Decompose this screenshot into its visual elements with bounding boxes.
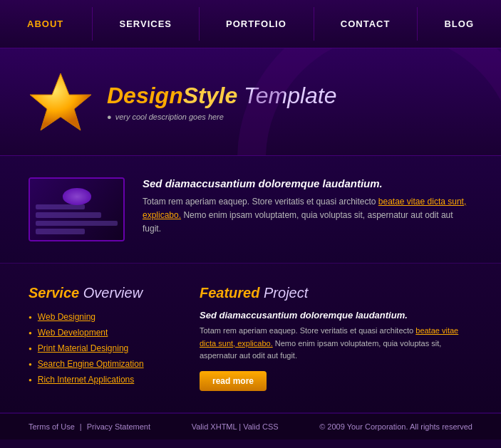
promo-section: Sed diamaccusantium doloremque laudantiu… xyxy=(0,156,501,264)
overview-word: Overview xyxy=(79,285,143,301)
featured-project: Featured Project Sed diamaccusantium dol… xyxy=(200,285,472,391)
service-list-item: Web Designing xyxy=(29,312,171,322)
nav-link-contact[interactable]: CONTACT xyxy=(314,0,418,48)
project-word: Project xyxy=(259,285,308,301)
service-link[interactable]: Print Material Designing xyxy=(38,343,128,353)
service-link[interactable]: Rich Internet Applications xyxy=(38,375,134,385)
service-link[interactable]: Web Designing xyxy=(38,312,95,322)
tagline-dot: ● xyxy=(107,113,112,121)
footer: Terms of Use | Privacy Statement Valid X… xyxy=(0,413,501,439)
service-list: Web DesigningWeb DevelopmentPrint Materi… xyxy=(29,312,171,385)
read-more-button[interactable]: read more xyxy=(200,371,267,391)
promo-text1: Totam rem aperiam eaquep. Store veritati… xyxy=(143,197,378,207)
service-word: Service xyxy=(29,285,79,301)
footer-valid-link[interactable]: Valid XHTML xyxy=(192,422,237,431)
lower-section: Service Overview Web DesigningWeb Develo… xyxy=(0,264,501,413)
service-overview: Service Overview Web DesigningWeb Develo… xyxy=(29,285,171,391)
featured-word: Featured xyxy=(200,285,259,301)
hero-section: DesignStyle Template ●very cool descript… xyxy=(0,48,501,156)
service-link[interactable]: Search Engine Optimization xyxy=(38,359,144,369)
featured-text: Totam rem aperiam eaquep. Store veritati… xyxy=(200,325,472,363)
promo-text: Totam rem aperiam eaquep. Store veritati… xyxy=(143,195,472,236)
service-list-item: Web Development xyxy=(29,328,171,338)
service-list-item: Print Material Designing xyxy=(29,343,171,353)
service-list-item: Search Engine Optimization xyxy=(29,359,171,369)
main-nav: ABOUT USSERVICESPORTFOLIOCONTACTBLOG xyxy=(0,0,501,48)
nav-link-services[interactable]: SERVICES xyxy=(92,0,199,48)
svg-marker-0 xyxy=(30,73,91,130)
brand-title: DesignStyle Template xyxy=(107,83,337,109)
footer-separator: | xyxy=(237,422,243,431)
nav-item-blog: BLOG xyxy=(417,0,501,48)
star-icon xyxy=(29,70,93,134)
brand-style: Style xyxy=(183,83,237,108)
featured-title: Featured Project xyxy=(200,285,472,301)
nav-item-portfolio: PORTFOLIO xyxy=(199,0,314,48)
hero-tagline: ●very cool description goes here xyxy=(107,113,337,121)
nav-link-about-us[interactable]: ABOUT US xyxy=(0,0,92,48)
featured-heading: Sed diamaccusantium doloremque laudantiu… xyxy=(200,310,472,321)
promo-text2: Nemo enim ipsam voluptatem, quia volupta… xyxy=(143,210,453,234)
brand-template: Template xyxy=(237,83,336,108)
footer-link-privacy-statement[interactable]: Privacy Statement xyxy=(87,422,150,431)
service-link[interactable]: Web Development xyxy=(38,328,108,338)
promo-heading: Sed diamaccusantium doloremque laudantiu… xyxy=(143,177,472,189)
nav-item-about-us: ABOUT US xyxy=(0,0,92,48)
footer-link-terms-of use[interactable]: Terms of Use xyxy=(29,422,75,431)
footer-separator: | xyxy=(78,422,84,431)
footer-left: Terms of Use | Privacy Statement xyxy=(29,422,150,431)
promo-thumbnail xyxy=(29,177,125,241)
nav-item-services: SERVICES xyxy=(92,0,199,48)
promo-content: Sed diamaccusantium doloremque laudantiu… xyxy=(143,177,472,236)
service-list-item: Rich Internet Applications xyxy=(29,375,171,385)
nav-item-contact: CONTACT xyxy=(314,0,418,48)
footer-copyright: © 2009 Your Corporation. All rights rese… xyxy=(319,422,472,431)
hero-text: DesignStyle Template ●very cool descript… xyxy=(107,83,337,121)
footer-center: Valid XHTML | Valid CSS xyxy=(192,422,279,431)
footer-valid-link[interactable]: Valid CSS xyxy=(243,422,278,431)
featured-text1: Totam rem aperiam eaquep. Store veritati… xyxy=(200,326,415,335)
nav-link-blog[interactable]: BLOG xyxy=(417,0,501,48)
nav-link-portfolio[interactable]: PORTFOLIO xyxy=(199,0,314,48)
service-overview-title: Service Overview xyxy=(29,285,171,301)
brand-design: Design xyxy=(107,83,183,108)
